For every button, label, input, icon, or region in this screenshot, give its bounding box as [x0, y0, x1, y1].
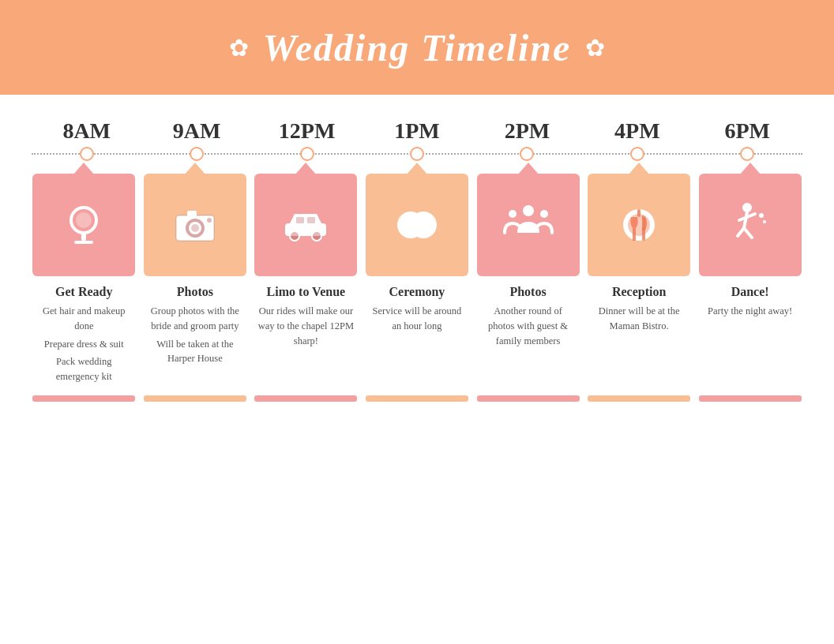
page-header: ✿ Wedding Timeline ✿: [0, 0, 834, 95]
time-label: 1PM: [366, 118, 468, 144]
timeline-dot: [300, 147, 314, 161]
card-title-photos-1: Photos: [177, 284, 213, 299]
card-title-limo: Limo to Venue: [267, 284, 346, 299]
svg-point-19: [540, 210, 548, 218]
card-title-ceremony: Ceremony: [389, 284, 445, 299]
card-title-photos-2: Photos: [509, 284, 546, 299]
card-bottom-bar-dance: [699, 395, 802, 402]
card-photos-1: PhotosGroup photos with the bride and gr…: [144, 174, 246, 388]
svg-rect-22: [637, 209, 641, 217]
timeline-dot-wrap: [145, 147, 248, 161]
time-label: 8AM: [36, 118, 138, 144]
timeline-dot-wrap: [586, 147, 689, 161]
timeline-dot: [630, 147, 644, 161]
timeline-dot-wrap: [36, 147, 138, 161]
timeline-dot-wrap: [366, 147, 468, 161]
card-desc-reception: Dinner will be at the Maman Bistro.: [588, 304, 690, 337]
card-bottom-bar-get-ready: [32, 395, 135, 402]
card-dance: Dance!Party the night away!: [699, 174, 802, 388]
time-label: 4PM: [586, 118, 689, 144]
timeline-dots: [32, 147, 802, 161]
timeline-dot: [410, 147, 424, 161]
time-label: 12PM: [256, 118, 359, 144]
svg-point-30: [759, 213, 764, 218]
card-icon-box-reception: [588, 174, 690, 276]
card-reception: ReceptionDinner will be at the Maman Bis…: [588, 174, 690, 388]
timeline-bar: [24, 147, 810, 161]
flower-icon-right: ✿: [585, 34, 605, 62]
timeline-dot: [80, 147, 94, 161]
card-desc-limo: Our rides will make our way to the chape…: [254, 304, 357, 351]
card-title-get-ready: Get Ready: [55, 284, 112, 299]
svg-rect-3: [74, 241, 93, 244]
card-bottom-bar-photos-1: [144, 395, 246, 402]
card-ceremony: CeremonyService will be around an hour l…: [366, 174, 468, 388]
card-title-dance: Dance!: [731, 284, 769, 299]
cards-row: Get ReadyGet hair and makeup donePrepare…: [24, 174, 810, 388]
timeline-dot: [520, 147, 534, 161]
card-bottom-bar-reception: [588, 395, 690, 402]
svg-line-27: [744, 228, 752, 238]
svg-line-25: [744, 212, 747, 228]
svg-rect-2: [81, 233, 86, 241]
card-icon-box-limo: [254, 174, 357, 276]
svg-rect-8: [187, 211, 197, 217]
svg-point-31: [763, 220, 766, 223]
card-title-reception: Reception: [612, 284, 666, 299]
time-label: 6PM: [696, 118, 798, 144]
time-label: 2PM: [475, 118, 578, 144]
svg-rect-13: [296, 217, 304, 223]
flower-icon-left: ✿: [229, 34, 249, 62]
card-desc-photos-1: Group photos with the bride and groom pa…: [144, 304, 246, 369]
card-icon-box-dance: [699, 174, 802, 276]
card-icon-box-ceremony: [366, 174, 468, 276]
svg-rect-14: [307, 217, 315, 223]
card-desc-photos-2: Another round of photos with guest & fam…: [477, 304, 580, 351]
page-title: Wedding Timeline: [263, 26, 572, 69]
card-photos-2: PhotosAnother round of photos with guest…: [477, 174, 580, 388]
timeline-dot-wrap: [256, 147, 359, 161]
card-bottom-bar-ceremony: [366, 395, 468, 402]
svg-point-9: [207, 218, 212, 223]
card-get-ready: Get ReadyGet hair and makeup donePrepare…: [32, 174, 135, 388]
svg-point-17: [523, 205, 534, 216]
svg-point-7: [191, 224, 199, 232]
time-labels-row: 8AM9AM12PM1PM2PM4PM6PM: [24, 118, 810, 144]
card-limo: Limo to VenueOur rides will make our way…: [254, 174, 357, 388]
card-icon-box-get-ready: [32, 174, 135, 276]
card-icon-box-photos-1: [144, 174, 246, 276]
card-desc-ceremony: Service will be around an hour long: [366, 304, 468, 337]
svg-point-11: [290, 231, 299, 241]
timeline-section: 8AM9AM12PM1PM2PM4PM6PM Get ReadyGet hair…: [0, 95, 834, 403]
timeline-dot-wrap: [696, 147, 798, 161]
card-desc-get-ready: Get hair and makeup donePrepare dress & …: [32, 304, 135, 388]
svg-point-12: [312, 231, 321, 241]
card-bottom-bar-limo: [254, 395, 357, 402]
card-bottom-bar-photos-2: [477, 395, 580, 402]
card-desc-dance: Party the night away!: [704, 304, 795, 322]
card-icon-box-photos-2: [477, 174, 580, 276]
timeline-dot-wrap: [475, 147, 578, 161]
svg-point-1: [76, 212, 92, 228]
timeline-dot: [190, 147, 204, 161]
timeline-dot: [740, 147, 754, 161]
time-label: 9AM: [145, 118, 248, 144]
svg-point-16: [412, 214, 434, 236]
svg-point-18: [509, 210, 517, 218]
